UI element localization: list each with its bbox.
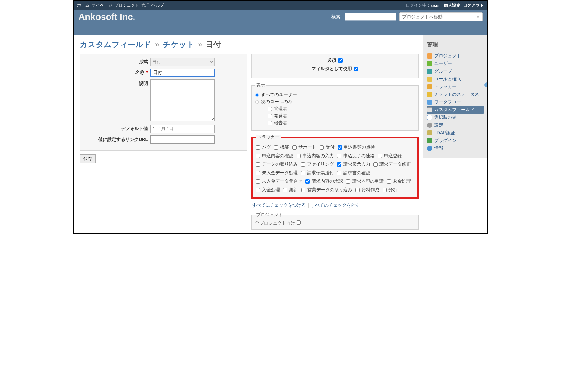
- tracker-item[interactable]: 分析: [383, 187, 398, 192]
- sidebar-link[interactable]: ワークフロー: [434, 99, 461, 105]
- sidebar-item[interactable]: プロジェクト: [427, 52, 484, 60]
- tracker-checkbox[interactable]: [283, 188, 287, 192]
- tracker-item[interactable]: 請求書の確認: [337, 170, 370, 175]
- tracker-checkbox[interactable]: [387, 179, 391, 184]
- tracker-checkbox[interactable]: [355, 188, 360, 192]
- sidebar-item[interactable]: グループ: [427, 68, 484, 75]
- tracker-item[interactable]: 請求内容の承認: [305, 178, 343, 184]
- sidebar-link[interactable]: チケットのステータス: [434, 92, 479, 97]
- sidebar-item[interactable]: ユーザー: [427, 60, 484, 68]
- tracker-checkbox[interactable]: [256, 179, 260, 184]
- save-button[interactable]: 保存: [80, 154, 96, 163]
- tracker-checkbox[interactable]: [346, 179, 350, 184]
- tracker-checkbox[interactable]: [337, 154, 341, 158]
- sidebar-link[interactable]: 設定: [434, 122, 443, 128]
- topnav-マイページ[interactable]: マイページ: [92, 3, 112, 8]
- tracker-checkbox[interactable]: [320, 145, 324, 150]
- topnav-管理[interactable]: 管理: [141, 3, 150, 8]
- tracker-item[interactable]: 申込完了の連絡: [337, 153, 375, 158]
- tracker-checkbox[interactable]: [301, 188, 305, 192]
- topnav-ホーム[interactable]: ホーム: [77, 3, 90, 8]
- tracker-item[interactable]: 請求内容の申請: [346, 178, 384, 184]
- sidebar-item[interactable]: 選択肢の値: [427, 114, 484, 121]
- tracker-item[interactable]: 申込書類の点検: [338, 144, 375, 150]
- tracker-checkbox[interactable]: [297, 154, 301, 158]
- desc-textarea[interactable]: [150, 79, 215, 121]
- tracker-item[interactable]: 申込内容の確認: [256, 153, 293, 158]
- tracker-checkbox[interactable]: [292, 145, 297, 150]
- required-checkbox[interactable]: [338, 58, 343, 63]
- prefs-link[interactable]: 個人設定: [444, 3, 460, 8]
- tracker-item[interactable]: 集計: [283, 187, 298, 192]
- tracker-checkbox[interactable]: [337, 162, 341, 167]
- all-projects-checkbox[interactable]: [297, 220, 301, 225]
- visibility-all-radio[interactable]: [255, 93, 259, 97]
- tracker-checkbox[interactable]: [301, 162, 305, 167]
- role-checkbox[interactable]: [268, 107, 272, 111]
- tracker-checkbox[interactable]: [383, 188, 387, 192]
- tracker-checkbox[interactable]: [256, 171, 260, 175]
- sidebar-item[interactable]: ワークフロー: [427, 98, 484, 106]
- sidebar-link[interactable]: プロジェクト: [434, 53, 461, 59]
- tracker-item[interactable]: 返金処理: [387, 178, 411, 184]
- tracker-item[interactable]: 請求データ修正: [373, 161, 411, 167]
- tracker-item[interactable]: 営業データの取り込み: [301, 187, 352, 192]
- tracker-checkbox[interactable]: [256, 145, 260, 150]
- sidebar-item[interactable]: チケットのステータス: [427, 91, 484, 98]
- tracker-checkbox[interactable]: [337, 171, 341, 175]
- topnav-プロジェクト[interactable]: プロジェクト: [114, 3, 139, 8]
- tracker-checkbox[interactable]: [378, 154, 382, 158]
- tracker-checkbox[interactable]: [305, 179, 310, 184]
- tracker-item[interactable]: 入金処理: [256, 187, 280, 192]
- tracker-item[interactable]: 資料作成: [355, 187, 379, 192]
- sidebar-item[interactable]: LDAP認証: [427, 129, 484, 137]
- sidebar-item[interactable]: 情報: [427, 144, 484, 152]
- tracker-item[interactable]: ファイリング: [301, 161, 334, 167]
- sidebar-link[interactable]: 情報: [434, 145, 443, 151]
- tracker-checkbox[interactable]: [256, 154, 260, 158]
- tracker-checkbox[interactable]: [256, 188, 260, 192]
- search-input[interactable]: [345, 13, 396, 21]
- sidebar-link[interactable]: LDAP認証: [434, 130, 455, 136]
- tracker-item[interactable]: 申込登録: [378, 153, 402, 158]
- tracker-item[interactable]: 請求伝票送付: [301, 170, 334, 175]
- sidebar-link[interactable]: グループ: [434, 69, 452, 74]
- check-all-link[interactable]: すべてにチェックをつける: [252, 202, 306, 208]
- tracker-item[interactable]: 機能: [274, 144, 289, 150]
- sidebar-link[interactable]: ユーザー: [434, 61, 452, 67]
- tracker-item[interactable]: 請求伝票入力: [337, 161, 370, 167]
- role-checkbox[interactable]: [268, 121, 272, 125]
- sidebar-item[interactable]: プラグイン: [427, 137, 484, 144]
- tracker-item[interactable]: データの取り込み: [256, 161, 298, 167]
- tracker-item[interactable]: 受付: [320, 144, 335, 150]
- sidebar-handle-icon[interactable]: [484, 82, 488, 87]
- role-checkbox[interactable]: [268, 114, 272, 118]
- tracker-item[interactable]: サポート: [292, 144, 316, 150]
- crumb-tickets[interactable]: チケット: [163, 40, 195, 49]
- uncheck-all-link[interactable]: すべてのチェックを外す: [311, 202, 360, 208]
- sidebar-item[interactable]: ロールと権限: [427, 75, 484, 83]
- tracker-checkbox[interactable]: [373, 162, 378, 167]
- topnav-ヘルプ[interactable]: ヘルプ: [151, 3, 164, 8]
- crumb-custom-fields[interactable]: カスタムフィールド: [80, 40, 151, 49]
- tracker-item[interactable]: バグ: [256, 144, 271, 150]
- sidebar-item[interactable]: 設定: [427, 121, 484, 129]
- visibility-roles-radio[interactable]: [255, 100, 259, 104]
- sidebar-link[interactable]: 選択肢の値: [434, 115, 457, 120]
- tracker-item[interactable]: 未入金データ問合せ: [256, 178, 302, 184]
- name-input[interactable]: [150, 69, 215, 77]
- tracker-checkbox[interactable]: [301, 171, 305, 175]
- project-select[interactable]: プロジェクトへ移動... ▼: [399, 12, 483, 21]
- tracker-checkbox[interactable]: [256, 162, 260, 167]
- sidebar-link[interactable]: ロールと権限: [434, 76, 461, 82]
- sidebar-link[interactable]: トラッカー: [434, 84, 457, 90]
- tracker-item[interactable]: 申込内容の入力: [297, 153, 334, 158]
- logout-link[interactable]: ログアウト: [463, 3, 484, 8]
- sidebar-item[interactable]: トラッカー: [427, 83, 484, 91]
- tracker-item[interactable]: 未入金データ処理: [256, 170, 298, 175]
- default-date-input[interactable]: 年 / 月 / 日: [150, 125, 215, 133]
- sidebar-item[interactable]: カスタムフィールド: [427, 106, 484, 114]
- filter-checkbox[interactable]: [354, 67, 358, 71]
- tracker-checkbox[interactable]: [338, 145, 342, 150]
- url-input[interactable]: [150, 135, 215, 144]
